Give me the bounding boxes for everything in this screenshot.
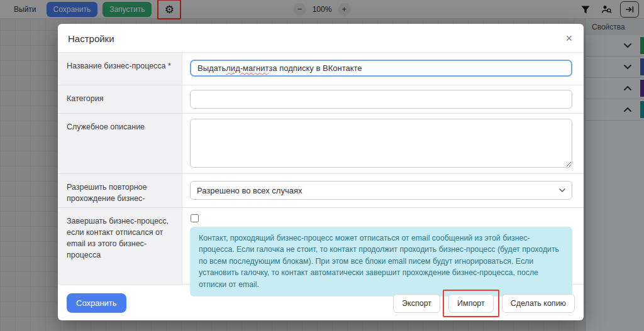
import-button-wrap: Импорт [448, 294, 494, 313]
field-cell [182, 114, 584, 173]
field-cell: Выдать лид-магнит за подписку в ВКонтакт… [182, 53, 584, 85]
modal-header: Настройки × [58, 24, 584, 53]
process-name-input[interactable]: Выдать лид-магнит за подписку в ВКонтакт… [190, 60, 572, 77]
field-cell: Разрешено во всех случаях [182, 174, 584, 207]
field-label-finish-on-unsubscribe: Завершать бизнес-процесс, если контакт о… [58, 208, 182, 284]
export-button[interactable]: Экспорт [393, 294, 440, 313]
category-input[interactable] [190, 90, 572, 109]
field-label-category: Категория [58, 85, 182, 113]
repeat-mode-selected-value: Разрешено во всех случаях [197, 186, 302, 195]
field-label-process-name: Название бизнес-процесса * [58, 53, 182, 85]
field-label-description: Служебное описание [58, 114, 182, 173]
close-icon[interactable]: × [563, 31, 575, 46]
form-row-repeat: Разрешить повторное прохождение бизнес-п… [58, 174, 584, 208]
copy-button[interactable]: Сделать копию [502, 294, 575, 313]
modal-footer: Сохранить Экспорт Импорт Сделать копию [58, 286, 584, 320]
modal-title: Настройки [68, 33, 114, 44]
name-value-misspelled: лид-магнит [226, 63, 269, 73]
name-value-part: Выдать [197, 63, 226, 73]
settings-modal: Настройки × Название бизнес-процесса * В… [58, 24, 584, 320]
form-row-category: Категория [58, 85, 584, 114]
form-row-name: Название бизнес-процесса * Выдать лид-ма… [58, 53, 584, 85]
form-row-finish-on-unsubscribe: Завершать бизнес-процесс, если контакт о… [58, 208, 584, 285]
field-cell: Контакт, проходящий бизнес-процесс может… [182, 208, 584, 284]
field-cell [182, 85, 584, 113]
field-label-repeat: Разрешить повторное прохождение бизнес-п… [58, 174, 182, 207]
form-row-description: Служебное описание [58, 114, 584, 174]
chevron-down-icon [559, 188, 565, 192]
finish-on-unsubscribe-checkbox[interactable] [191, 214, 199, 222]
description-textarea[interactable] [190, 119, 572, 168]
footer-right-group: Экспорт Импорт Сделать копию [393, 294, 575, 313]
name-value-part: за подписку в ВКонтакте [269, 63, 362, 73]
repeat-mode-select[interactable]: Разрешено во всех случаях [190, 181, 572, 200]
modal-save-button[interactable]: Сохранить [67, 293, 126, 313]
import-button[interactable]: Импорт [448, 294, 494, 313]
